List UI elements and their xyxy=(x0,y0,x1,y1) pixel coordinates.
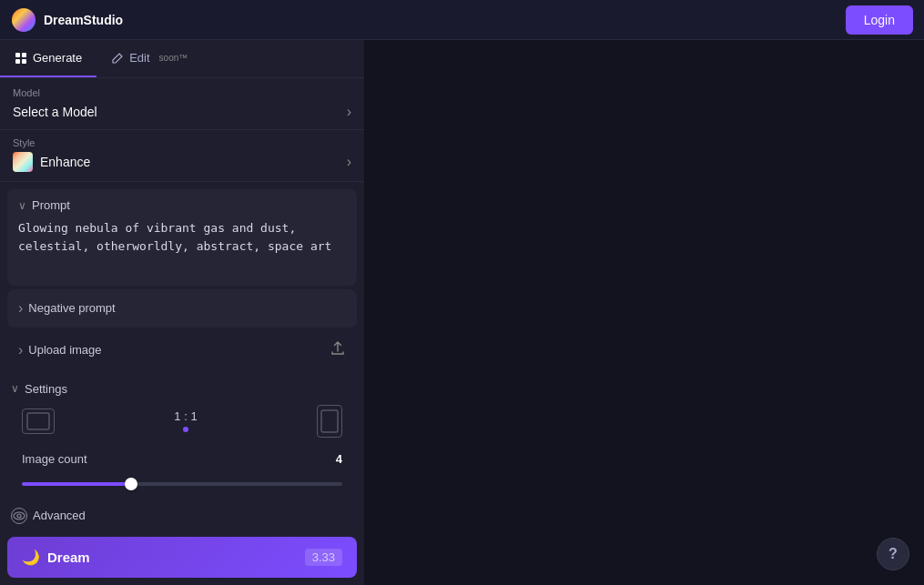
image-count-value: 4 xyxy=(336,452,342,466)
svg-rect-6 xyxy=(321,410,338,432)
advanced-label: Advanced xyxy=(33,509,86,522)
svg-rect-2 xyxy=(22,53,26,57)
tab-generate[interactable]: Generate xyxy=(0,40,96,77)
aspect-ratio-portrait-button[interactable] xyxy=(317,405,342,438)
logo: DreamStudio xyxy=(11,7,123,33)
aspect-ratio-dot xyxy=(183,427,188,432)
upload-arrow-icon xyxy=(330,340,346,360)
dream-button-container: 🌙 Dream 3.33 xyxy=(0,530,364,585)
prompt-label: Prompt xyxy=(32,198,70,212)
dream-button-left: 🌙 Dream xyxy=(22,549,90,566)
aspect-ratio-landscape-button[interactable] xyxy=(22,408,55,434)
image-count-label: Image count xyxy=(22,452,87,466)
upload-chevron-icon: › xyxy=(18,342,23,358)
sidebar-content: Model Select a Model › Style Enhance › ∨… xyxy=(0,78,364,531)
image-count-section: Image count 4 xyxy=(11,445,353,493)
style-chevron-right-icon: › xyxy=(347,154,351,170)
upload-image-label: Upload image xyxy=(28,343,101,357)
style-label: Style xyxy=(13,137,351,148)
tab-edit-soon: soon™ xyxy=(159,53,188,63)
tab-edit[interactable]: Edit soon™ xyxy=(96,40,202,77)
style-selector-left: Enhance xyxy=(13,152,90,172)
header: DreamStudio Login xyxy=(0,0,924,40)
svg-rect-1 xyxy=(15,53,20,57)
advanced-eye-icon xyxy=(11,508,27,524)
svg-point-7 xyxy=(14,512,25,519)
prompt-chevron-down-icon: ∨ xyxy=(18,199,26,212)
negative-prompt-section[interactable]: › Negative prompt xyxy=(7,289,357,328)
style-icon xyxy=(13,152,33,172)
main-content: ? xyxy=(364,40,924,585)
model-selector[interactable]: Select a Model › xyxy=(13,102,351,122)
advanced-section[interactable]: Advanced xyxy=(0,500,364,531)
model-chevron-right-icon: › xyxy=(347,104,351,120)
dream-moon-icon: 🌙 xyxy=(22,549,40,566)
prompt-header[interactable]: ∨ Prompt xyxy=(18,198,346,212)
image-count-header: Image count 4 xyxy=(22,452,342,466)
aspect-ratio-value: 1 : 1 xyxy=(174,409,197,423)
tab-bar: Generate Edit soon™ xyxy=(0,40,364,78)
tab-generate-label: Generate xyxy=(33,51,82,65)
edit-icon xyxy=(111,52,124,65)
style-selector[interactable]: Enhance › xyxy=(13,152,351,172)
svg-rect-5 xyxy=(27,413,49,429)
settings-header[interactable]: ∨ Settings xyxy=(11,380,353,398)
style-section: Style Enhance › xyxy=(0,130,364,182)
settings-section: ∨ Settings 1 : 1 xyxy=(7,373,357,500)
generate-icon xyxy=(15,52,27,65)
negative-prompt-chevron-icon: › xyxy=(18,300,23,317)
aspect-ratio-section: 1 : 1 xyxy=(11,398,353,445)
style-value: Enhance xyxy=(40,155,90,169)
logo-icon xyxy=(11,7,36,33)
aspect-ratio-container: 1 : 1 xyxy=(174,409,197,432)
prompt-section: ∨ Prompt Glowing nebula of vibrant gas a… xyxy=(7,189,357,286)
upload-left: › Upload image xyxy=(18,342,102,358)
svg-point-8 xyxy=(17,514,21,518)
logo-text: DreamStudio xyxy=(44,13,123,27)
settings-chevron-down-icon: ∨ xyxy=(11,382,19,395)
settings-label: Settings xyxy=(25,382,67,396)
tab-edit-label: Edit xyxy=(129,51,149,65)
dream-label: Dream xyxy=(47,550,90,565)
help-button[interactable]: ? xyxy=(877,538,909,570)
model-label: Model xyxy=(13,87,351,98)
image-count-slider[interactable] xyxy=(22,482,342,486)
negative-prompt-label: Negative prompt xyxy=(28,301,115,315)
upload-image-section[interactable]: › Upload image xyxy=(7,331,357,369)
svg-rect-4 xyxy=(22,59,26,64)
model-selector-text: Select a Model xyxy=(13,105,97,119)
dream-button[interactable]: 🌙 Dream 3.33 xyxy=(7,537,357,578)
login-button[interactable]: Login xyxy=(846,5,913,35)
prompt-textarea[interactable]: Glowing nebula of vibrant gas and dust, … xyxy=(18,219,346,273)
sidebar: Generate Edit soon™ Model Select a Model… xyxy=(0,40,364,585)
svg-rect-3 xyxy=(15,59,20,64)
model-section: Model Select a Model › xyxy=(0,78,364,130)
svg-point-0 xyxy=(12,8,36,32)
dream-cost: 3.33 xyxy=(305,549,342,566)
aspect-ratio-display: 1 : 1 xyxy=(55,409,317,432)
